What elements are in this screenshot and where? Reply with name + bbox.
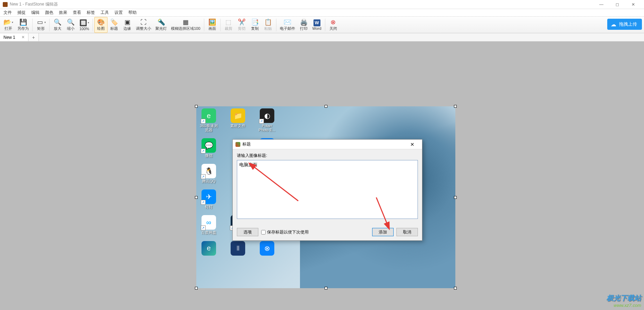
menu-label[interactable]: 标签 <box>84 9 98 16</box>
zoom-out-icon: 🔍 <box>67 18 75 26</box>
desktop-icon-baidupan: ∞↗百度网盘 <box>198 215 219 234</box>
tool-crop: ⬚裁剪 <box>222 17 235 33</box>
tool-saveas[interactable]: 💾另存为 <box>15 17 31 33</box>
menu-settings[interactable]: 设置 <box>112 9 126 16</box>
cancel-button[interactable]: 取消 <box>396 228 418 236</box>
desktop-icon-wechat: 💬↗微信 <box>198 138 219 158</box>
resize-icon: ⛶ <box>140 18 147 26</box>
tool-edge[interactable]: ▣边缘 <box>121 17 134 33</box>
tool-blur[interactable]: ▦模糊选择区域100 <box>169 17 202 33</box>
tool-email[interactable]: ✉️电子邮件 <box>278 17 297 33</box>
email-icon: ✉️ <box>284 18 291 26</box>
menu-help[interactable]: 帮助 <box>126 9 139 16</box>
resize-handle-tl[interactable] <box>195 105 198 108</box>
canvas-icon: 🖼️ <box>208 18 216 26</box>
upload-button[interactable]: ☁ 拖拽上传 <box>607 19 642 30</box>
menubar: 文件 捕捉 编辑 颜色 效果 查看 标签 工具 设置 帮助 <box>0 9 644 17</box>
window-title: New 1 - FastStone 编辑器 <box>10 1 58 7</box>
minimize-button[interactable]: — <box>593 0 609 9</box>
save-caption-checkbox-input[interactable] <box>261 230 266 234</box>
tool-word[interactable]: WWord <box>310 17 324 33</box>
desktop-icon-material: 📁素材文件 <box>227 108 248 132</box>
rectangle-select-icon: ▭ <box>36 18 44 26</box>
caption-icon: 🏷️ <box>110 18 118 26</box>
resize-handle-ml[interactable] <box>195 196 198 199</box>
resize-handle-bm[interactable] <box>325 287 327 290</box>
tool-zoom100[interactable]: 🔲▾100% <box>77 17 91 33</box>
desktop-icon-polarr: ◐↗PolarrPhoto E... <box>257 108 277 132</box>
resize-handle-tm[interactable] <box>325 105 327 108</box>
tool-rect[interactable]: ▭▾矩形 <box>34 17 48 33</box>
paste-icon: 📋 <box>264 18 272 26</box>
watermark: 极光下载站 www.xz7.com <box>607 293 641 308</box>
spotlight-icon: 🔦 <box>157 18 165 26</box>
menu-tools[interactable]: 工具 <box>98 9 112 16</box>
edge-icon: ▣ <box>123 18 131 26</box>
zoom-100-icon: 🔲 <box>79 19 87 27</box>
menu-color[interactable]: 颜色 <box>42 9 56 16</box>
blur-icon: ▦ <box>182 18 189 26</box>
dialog-input-label: 请输入图像标题: <box>237 153 418 159</box>
tool-paste: 📋粘贴 <box>261 17 275 33</box>
desktop-icon-blue: ⊗ <box>257 241 277 256</box>
crop-icon: ⬚ <box>225 18 232 26</box>
caption-textarea[interactable] <box>237 160 418 219</box>
tool-spotlight[interactable]: 🔦聚光灯 <box>153 17 169 33</box>
resize-handle-br[interactable] <box>454 287 457 290</box>
draw-icon: 🎨 <box>97 18 105 26</box>
tab-new1[interactable]: New 1 ✕ <box>0 33 28 41</box>
tab-label: New 1 <box>3 35 15 40</box>
tool-print[interactable]: 🖨️打印 <box>297 17 310 33</box>
resize-handle-mr[interactable] <box>454 196 457 199</box>
close-doc-icon: ⊗ <box>329 18 337 26</box>
tool-caption[interactable]: 🏷️标题 <box>108 17 121 33</box>
zoom-in-icon: 🔍 <box>54 18 61 26</box>
copy-icon: 📑 <box>251 18 259 26</box>
print-icon: 🖨️ <box>300 18 308 26</box>
menu-capture[interactable]: 捕捉 <box>15 9 28 16</box>
tab-close-icon[interactable]: ✕ <box>22 35 25 39</box>
desktop-icon-edge: e <box>198 241 219 256</box>
tool-cut: ✂️剪切 <box>235 17 248 33</box>
menu-edit[interactable]: 编辑 <box>28 9 42 16</box>
tool-resize[interactable]: ⛶调整大小 <box>134 17 153 33</box>
tool-draw[interactable]: 🎨绘图 <box>94 17 108 33</box>
caption-dialog: 标题 ✕ 请输入图像标题: 选项 保存标题以便下次使用 添加 取消 <box>232 139 422 241</box>
resize-handle-tr[interactable] <box>454 105 457 108</box>
window-titlebar: New 1 - FastStone 编辑器 — ◻ ✕ <box>0 0 644 9</box>
options-button[interactable]: 选项 <box>237 228 258 236</box>
tool-zoomin[interactable]: 🔍放大 <box>51 17 64 33</box>
dialog-icon <box>235 142 240 147</box>
desktop-icon-360browser: e↗360极速浏览器 <box>198 108 219 132</box>
dialog-titlebar[interactable]: 标题 ✕ <box>233 140 422 149</box>
tabbar: New 1 ✕ + <box>0 33 644 42</box>
cut-icon: ✂️ <box>238 18 246 26</box>
word-icon: W <box>314 19 320 26</box>
tool-open[interactable]: 📂▾打开 <box>1 17 15 33</box>
menu-effect[interactable]: 效果 <box>56 9 70 16</box>
save-icon: 💾 <box>19 18 27 26</box>
close-window-button[interactable]: ✕ <box>625 0 641 9</box>
cloud-icon: ☁ <box>611 21 616 28</box>
desktop-icon-qq: 🐧↗腾讯QQ <box>198 164 219 183</box>
desktop-icon-eq: ⫴ <box>227 241 248 256</box>
folder-open-icon: 📂 <box>3 18 11 26</box>
tab-add-button[interactable]: + <box>28 33 39 41</box>
tool-close[interactable]: ⊗关闭 <box>327 17 340 33</box>
menu-file[interactable]: 文件 <box>1 9 15 16</box>
tool-copy[interactable]: 📑复制 <box>248 17 261 33</box>
resize-handle-bl[interactable] <box>195 287 198 290</box>
maximize-button[interactable]: ◻ <box>609 0 625 9</box>
dialog-close-button[interactable]: ✕ <box>405 140 419 149</box>
dialog-title: 标题 <box>242 141 251 147</box>
app-icon <box>3 2 8 7</box>
menu-view[interactable]: 查看 <box>70 9 84 16</box>
desktop-icon-dingtalk: ✈↗钉钉 <box>198 189 219 209</box>
toolbar: 📂▾打开 💾另存为 ▭▾矩形 🔍放大 🔍缩小 🔲▾100% 🎨绘图 🏷️标题 ▣… <box>0 17 644 33</box>
add-button[interactable]: 添加 <box>372 228 394 236</box>
tool-canvas[interactable]: 🖼️画面 <box>206 17 219 33</box>
tool-zoomout[interactable]: 🔍缩小 <box>64 17 77 33</box>
save-caption-checkbox[interactable]: 保存标题以便下次使用 <box>261 229 309 235</box>
